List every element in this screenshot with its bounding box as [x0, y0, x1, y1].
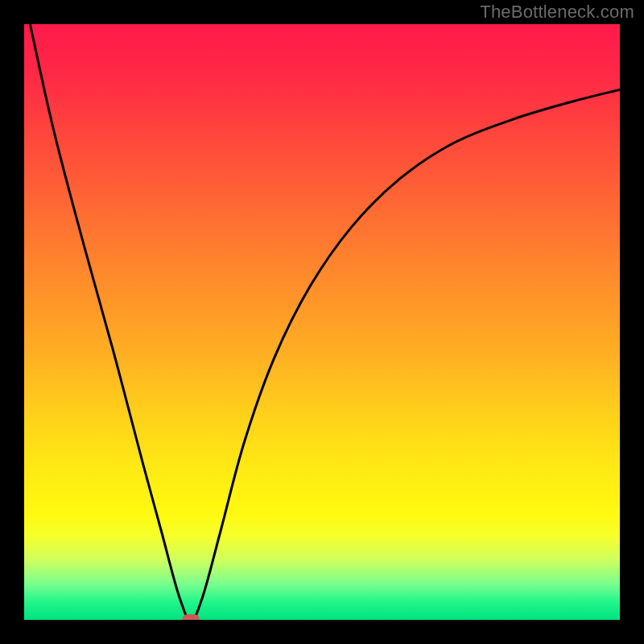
chart-frame: TheBottleneck.com — [0, 0, 644, 644]
plot-area — [24, 24, 620, 620]
curve-svg — [24, 24, 620, 620]
watermark-text: TheBottleneck.com — [480, 2, 634, 23]
min-marker — [182, 614, 200, 620]
bottleneck-curve — [30, 24, 620, 620]
